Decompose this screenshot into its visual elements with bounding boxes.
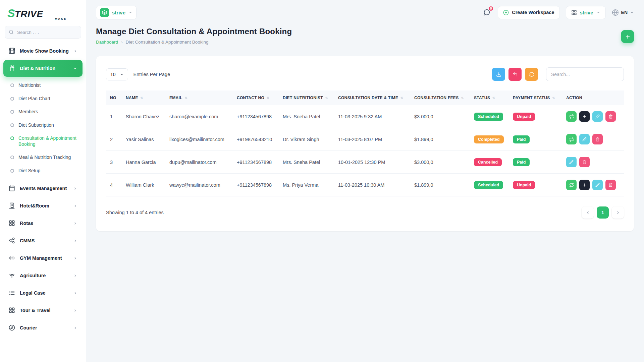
- edit-button[interactable]: [592, 180, 603, 190]
- cell-contact: +911234567898: [233, 105, 279, 128]
- table-row: 3 Hanna Garcia dupu@mailinator.com +9112…: [106, 151, 624, 174]
- sync-appointment-button[interactable]: [566, 134, 577, 144]
- chevron-down-icon: [73, 66, 77, 70]
- export-button[interactable]: [492, 68, 505, 81]
- column-header-no[interactable]: NO: [106, 90, 122, 105]
- sort-icon: ⇅: [141, 96, 144, 100]
- plus-circle-icon: [503, 10, 509, 15]
- pencil-icon: [595, 114, 600, 119]
- refresh-button[interactable]: [525, 68, 538, 81]
- sidebar-subitem-diet-setup[interactable]: Diet Setup: [0, 164, 86, 178]
- sidebar-item-gym-management[interactable]: GYM Management: [3, 250, 83, 266]
- sidebar-item-hotel-room[interactable]: Hotel&Room: [3, 197, 83, 214]
- cell-name: Hanna Garcia: [122, 151, 165, 174]
- cell-fees: $1.899,0: [410, 128, 470, 151]
- delete-button[interactable]: [605, 111, 616, 122]
- utensils-icon: [9, 65, 15, 72]
- trash-icon: [608, 183, 613, 187]
- chevron-right-icon: [73, 187, 77, 190]
- sort-icon: ⇅: [400, 96, 404, 100]
- cell-datetime: 11-03-2025 8:07 PM: [334, 128, 410, 151]
- next-page-button[interactable]: [612, 206, 624, 219]
- delete-button[interactable]: [592, 134, 603, 144]
- sidebar-item-events-management[interactable]: Events Management: [3, 180, 83, 197]
- column-header-status[interactable]: STATUS⇅: [470, 90, 509, 105]
- sidebar-subitem-diet-subscription[interactable]: Diet Subscription: [0, 119, 86, 132]
- brand-logo[interactable]: STRIVE MAKE: [0, 0, 86, 24]
- sort-icon: ⇅: [185, 96, 188, 100]
- column-header-consultation-fees[interactable]: CONSULTATION FEES⇅: [410, 90, 470, 105]
- sync-appointment-button[interactable]: [566, 180, 577, 190]
- sidebar-subitem-consultation-appointment-booking[interactable]: Consultation & Appointment Booking: [0, 132, 86, 151]
- column-header-diet-nutritionist[interactable]: DIET NUTRITIONIST⇅: [279, 90, 334, 105]
- cell-datetime: 11-03-2025 9:32 AM: [334, 105, 410, 128]
- language-selector[interactable]: EN: [612, 9, 634, 16]
- workspace-switcher-name: strive: [580, 10, 593, 15]
- app-root: STRIVE MAKE Movie Show Booking Diet & Nu…: [0, 0, 644, 362]
- column-header-contact-no[interactable]: CONTACT NO⇅: [233, 90, 279, 105]
- sidebar-subitem-members[interactable]: Members: [0, 105, 86, 119]
- appointments-table: NO NAME⇅ EMAIL⇅ CONTACT NO⇅ DIET NUTRITI…: [106, 90, 624, 196]
- nodes-icon: [9, 237, 15, 244]
- bullet-icon: [10, 156, 14, 159]
- bullet-icon: [10, 83, 14, 87]
- add-new-button[interactable]: [621, 30, 634, 43]
- per-page-select[interactable]: 10: [106, 68, 128, 80]
- page-number-button[interactable]: 1: [597, 206, 609, 219]
- previous-page-button[interactable]: [582, 206, 594, 219]
- sidebar-subitem-meal-nutrition-tracking[interactable]: Meal & Nutrition Tracking: [0, 151, 86, 164]
- breadcrumb-current: Diet Consultation & Appointment Booking: [126, 40, 209, 45]
- cell-nutritionist: Dr. Vikram Singh: [279, 128, 334, 151]
- add-button[interactable]: [579, 111, 590, 122]
- language-code: EN: [621, 10, 628, 15]
- list-icon: [9, 290, 15, 296]
- chevron-left-icon: [586, 210, 590, 215]
- sidebar-item-movie-show-booking[interactable]: Movie Show Booking: [3, 43, 83, 59]
- column-header-consultation-date-time[interactable]: CONSULTATION DATE & TIME⇅: [334, 90, 410, 105]
- search-icon: [9, 29, 14, 35]
- sidebar-item-rotas[interactable]: Rotas: [3, 215, 83, 232]
- sidebar-item-tour-travel[interactable]: Tour & Travel: [3, 302, 83, 319]
- sidebar-subitem-diet-plan-chart[interactable]: Diet Plan Chart: [0, 92, 86, 106]
- sidebar-item-agriculture[interactable]: Agriculture: [3, 267, 83, 284]
- create-workspace-button[interactable]: Create Workspace: [498, 6, 559, 19]
- brand-tagline: MAKE: [55, 17, 67, 20]
- sidebar-item-diet-nutrition[interactable]: Diet & Nutrition: [3, 60, 83, 77]
- film-icon: [9, 48, 15, 54]
- reset-button[interactable]: [508, 68, 522, 81]
- edit-button[interactable]: [579, 134, 590, 144]
- table-search-input[interactable]: [546, 67, 624, 81]
- edit-button[interactable]: [592, 111, 603, 122]
- delete-button[interactable]: [605, 180, 616, 190]
- table-controls: 10 Entries Per Page: [106, 67, 624, 81]
- add-button[interactable]: [579, 180, 590, 190]
- column-header-payment-status[interactable]: PAYMENT STATUS⇅: [509, 90, 562, 105]
- table-body: 1 Sharon Chavez sharon@example.com +9112…: [106, 105, 624, 196]
- trash-icon: [595, 137, 600, 141]
- edit-button[interactable]: [566, 157, 577, 167]
- cell-email: wawyc@mailinator.com: [165, 174, 233, 196]
- chat-button[interactable]: 0: [482, 7, 492, 17]
- sidebar-item-legal-case[interactable]: Legal Case: [3, 285, 83, 301]
- workspace-name: strive: [112, 10, 125, 15]
- cell-contact: +911234567898: [233, 174, 279, 196]
- breadcrumb-dashboard[interactable]: Dashboard: [96, 40, 118, 45]
- workspace-selector[interactable]: strive: [96, 6, 137, 19]
- delete-button[interactable]: [579, 157, 590, 167]
- column-header-name[interactable]: NAME⇅: [122, 90, 165, 105]
- bullet-icon: [10, 110, 14, 114]
- cell-datetime: 10-01-2025 12:30 PM: [334, 151, 410, 174]
- table-card: 10 Entries Per Page: [96, 56, 634, 231]
- table-row: 4 William Clark wawyc@mailinator.com +91…: [106, 174, 624, 196]
- sidebar-item-cmms[interactable]: CMMS: [3, 232, 83, 249]
- workspace-switcher[interactable]: strive: [566, 6, 606, 19]
- column-header-email[interactable]: EMAIL⇅: [165, 90, 233, 105]
- chevron-right-icon: [73, 326, 77, 330]
- payment-status-badge: Paid: [513, 158, 530, 166]
- sidebar-subitem-nutritionist[interactable]: Nutritionist: [0, 79, 86, 92]
- plant-icon: [9, 272, 15, 279]
- sync-appointment-button[interactable]: [566, 111, 577, 122]
- pencil-icon: [582, 137, 587, 141]
- sidebar-search-input[interactable]: [5, 26, 81, 39]
- sidebar-item-courier[interactable]: Courier: [3, 319, 83, 336]
